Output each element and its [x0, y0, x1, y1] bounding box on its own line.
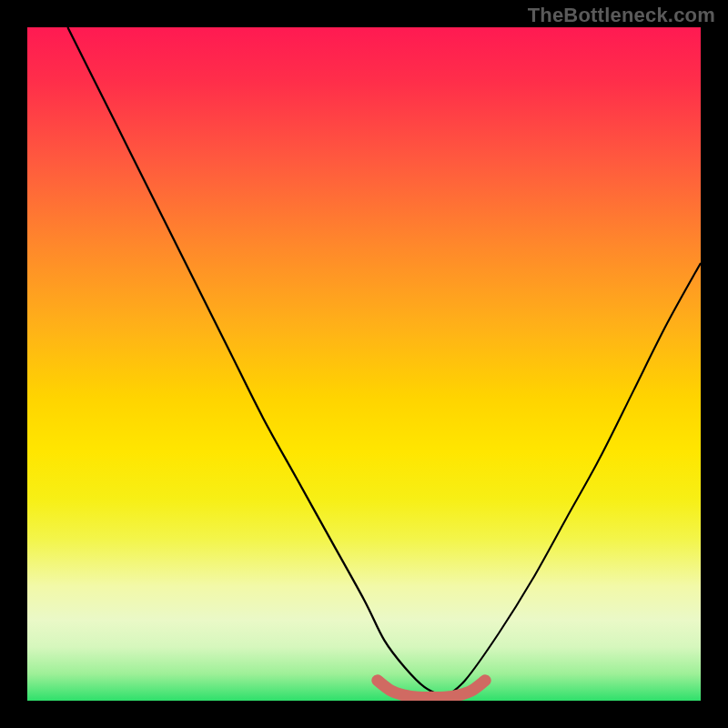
right-curve: [445, 263, 701, 697]
left-curve: [67, 27, 444, 697]
chart-frame: TheBottleneck.com: [0, 0, 728, 728]
curve-layer: [27, 27, 701, 701]
bottom-highlight: [378, 681, 485, 698]
plot-area: [27, 27, 701, 701]
watermark-text: TheBottleneck.com: [528, 4, 715, 27]
